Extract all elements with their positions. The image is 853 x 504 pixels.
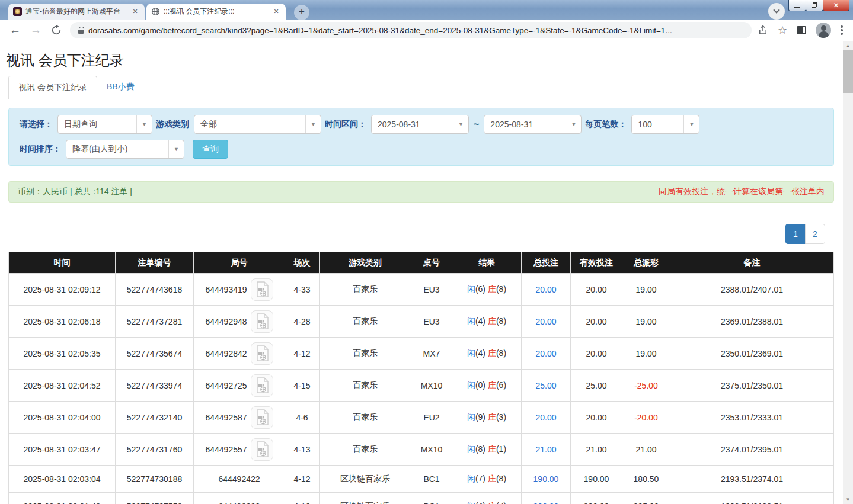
address-bar[interactable]: dorasabs.com/game/betrecord_search/kind3… [70, 22, 752, 38]
forward-button[interactable]: → [30, 24, 41, 37]
payout-cell: 21.00 [622, 434, 670, 466]
round-id-cell: 644492422 [194, 466, 285, 493]
valid-bet-cell: 20.00 [571, 338, 622, 370]
table-code-cell: EU3 [411, 274, 452, 306]
reload-button[interactable] [51, 25, 62, 36]
valid-bet-cell: 25.00 [571, 370, 622, 402]
total-bet-link[interactable]: 25.00 [535, 381, 556, 390]
note-cell: 2193.51/2374.01 [670, 466, 834, 493]
banker-result: 庄 [488, 380, 496, 390]
session-cell: 4-28 [285, 306, 320, 338]
total-bet-link[interactable]: 300.00 [533, 502, 559, 504]
table-code-cell: MX10 [411, 370, 452, 402]
browser-tab-title: 通宝-信誉最好的网上游戏平台 [25, 7, 127, 17]
total-bet-link[interactable]: 190.00 [533, 474, 559, 484]
payout-cell: -20.00 [622, 402, 670, 434]
game-type-select[interactable]: 全部 ▼ [194, 115, 321, 134]
total-bet-cell: 20.00 [522, 402, 571, 434]
payout-cell: 19.00 [622, 338, 670, 370]
globe-icon [151, 7, 160, 16]
table-code-cell: EU2 [411, 402, 452, 434]
same-round-notice: 同局有效投注，统一计算在该局第一张注单内 [659, 187, 825, 197]
video-replay-button[interactable] [251, 310, 273, 333]
page-size-select[interactable]: 100 ▼ [631, 115, 699, 134]
round-id-cell: 644492948 [194, 306, 285, 338]
total-bet-link[interactable]: 20.00 [535, 317, 556, 326]
payout-value: 19.00 [635, 285, 656, 294]
session-cell: 4-15 [285, 370, 320, 402]
bet-time-cell: 2025-08-31 02:09:12 [9, 274, 116, 306]
side-panel-icon[interactable] [797, 26, 806, 34]
total-bet-cell: 25.00 [522, 370, 571, 402]
total-bet-link[interactable]: 20.00 [535, 285, 556, 294]
table-code-cell: MX10 [411, 434, 452, 466]
bet-id-cell: 522774735674 [116, 338, 194, 370]
video-replay-button[interactable] [251, 438, 273, 461]
total-bet-link[interactable]: 21.00 [535, 445, 556, 454]
bookmark-star-icon[interactable]: ☆ [778, 24, 787, 37]
date-separator: ~ [474, 119, 479, 130]
date-start-select[interactable]: 2025-08-31 ▼ [371, 115, 469, 134]
bet-time-cell: 2025-08-31 02:05:35 [9, 338, 116, 370]
round-id-cell: 644493419 [194, 274, 285, 306]
close-icon[interactable]: ✕ [130, 7, 140, 17]
result-cell: 闲(9) 庄(3) [452, 402, 522, 434]
table-header-row: 时间注单编号局号场次游戏类别桌号结果总投注有效投注总派彩备注 [9, 252, 834, 274]
player-result: 闲 [467, 444, 475, 454]
bet-id-cell: 522774727558 [116, 493, 194, 504]
browser-tab-1[interactable]: 通宝-信誉最好的网上游戏平台 ✕ [8, 4, 145, 20]
round-id: 644492422 [218, 474, 260, 484]
minimize-button[interactable] [788, 0, 806, 11]
round-id-cell: 644492842 [194, 338, 285, 370]
chevron-down-icon: ▼ [566, 115, 581, 133]
chevron-down-icon: ▼ [305, 115, 321, 133]
tab-search-button[interactable] [768, 3, 785, 20]
page-button-1[interactable]: 1 [785, 224, 806, 244]
total-bet-link[interactable]: 20.00 [535, 349, 556, 358]
note-cell: 1908.51/2193.51 [670, 493, 834, 504]
browser-menu-icon[interactable] [841, 25, 843, 35]
table-row: 2025-08-31 02:04:52522774733974644492725… [9, 370, 834, 402]
note-cell: 2353.01/2333.01 [670, 402, 834, 434]
tab-bb-tips[interactable]: BB小费 [97, 76, 144, 99]
round-id-cell: 644492587 [194, 402, 285, 434]
round-id-cell: 644492557 [194, 434, 285, 466]
sort-select[interactable]: 降幂(由大到小) ▼ [66, 140, 184, 159]
restore-button[interactable] [806, 0, 823, 11]
page-button-2[interactable]: 2 [805, 224, 825, 244]
column-header: 备注 [670, 252, 834, 274]
scroll-up-icon[interactable]: ▲ [843, 41, 853, 50]
result-cell: 闲(7) 庄(8) [452, 466, 522, 493]
date-end-select[interactable]: 2025-08-31 ▼ [484, 115, 582, 134]
column-header: 时间 [9, 252, 116, 274]
tab-bet-records[interactable]: 视讯 会员下注纪录 [8, 76, 97, 99]
scroll-down-icon[interactable]: ▼ [843, 495, 853, 504]
sort-label: 时间排序： [20, 144, 61, 155]
video-replay-button[interactable] [251, 278, 273, 301]
video-replay-button[interactable] [251, 406, 273, 429]
scrollbar-thumb[interactable] [843, 50, 853, 93]
video-replay-button[interactable] [251, 374, 273, 397]
profile-avatar[interactable] [816, 23, 831, 38]
column-header: 注单编号 [116, 252, 194, 274]
video-replay-button[interactable] [251, 342, 273, 365]
table-row: 2025-08-31 02:03:47522774731760644492557… [9, 434, 834, 466]
share-icon[interactable] [758, 25, 768, 36]
new-tab-button[interactable]: + [294, 5, 309, 20]
total-bet-cell: 300.00 [522, 493, 571, 504]
column-header: 总投注 [522, 252, 571, 274]
date-range-label: 时间区间： [325, 119, 366, 130]
browser-tab-2[interactable]: :::视讯 会员下注纪录::: ✕ [146, 4, 286, 20]
round-id: 644492725 [205, 381, 247, 390]
back-button[interactable]: ← [9, 24, 21, 37]
player-result: 闲 [467, 380, 475, 390]
total-bet-link[interactable]: 20.00 [535, 413, 556, 422]
query-button[interactable]: 查询 [193, 140, 228, 159]
page-scrollbar[interactable]: ▲ ▼ [843, 41, 853, 504]
close-icon[interactable]: ✕ [271, 7, 281, 17]
close-window-button[interactable]: ✕ [823, 0, 849, 11]
query-type-select[interactable]: 日期查询 ▼ [57, 115, 152, 134]
round-id-cell: 644492222 [194, 493, 285, 504]
total-bet-cell: 21.00 [522, 434, 571, 466]
browser-tab-title: :::视讯 会员下注纪录::: [164, 7, 268, 17]
